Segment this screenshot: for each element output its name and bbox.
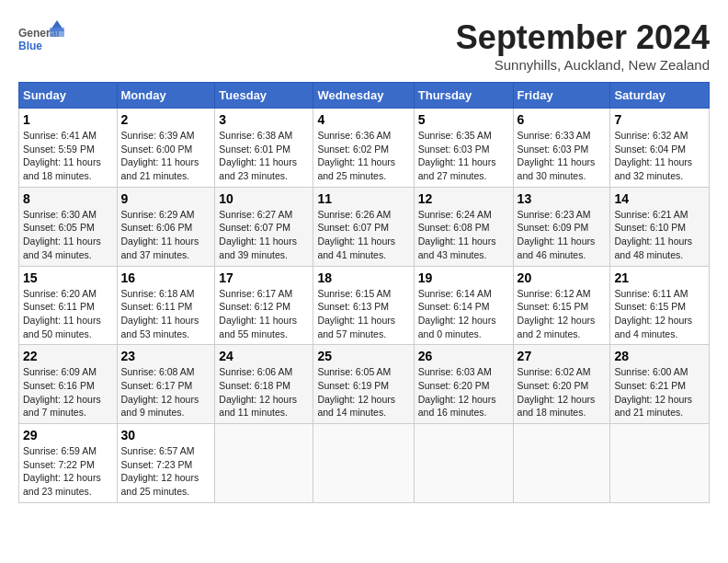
day-number: 6 (518, 112, 607, 127)
day-number: 16 (121, 270, 211, 285)
calendar-cell: 4 Sunrise: 6:36 AMSunset: 6:02 PMDayligh… (313, 109, 414, 188)
calendar-cell: 24 Sunrise: 6:06 AMSunset: 6:18 PMDaylig… (215, 345, 313, 424)
col-sunday: Sunday (19, 83, 118, 109)
day-number: 23 (121, 349, 211, 363)
day-number: 8 (23, 191, 113, 206)
calendar-row: 22 Sunrise: 6:09 AMSunset: 6:16 PMDaylig… (19, 345, 710, 424)
calendar-cell (513, 424, 610, 503)
calendar-cell: 16 Sunrise: 6:18 AMSunset: 6:11 PMDaylig… (117, 266, 215, 345)
calendar-cell: 29 Sunrise: 6:59 AMSunset: 7:22 PMDaylig… (19, 424, 118, 503)
calendar-cell: 5 Sunrise: 6:35 AMSunset: 6:03 PMDayligh… (414, 109, 513, 188)
calendar-cell: 26 Sunrise: 6:03 AMSunset: 6:20 PMDaylig… (414, 345, 513, 424)
calendar-cell: 12 Sunrise: 6:24 AMSunset: 6:08 PMDaylig… (414, 187, 513, 266)
day-number: 13 (518, 191, 607, 206)
day-number: 22 (23, 349, 113, 363)
day-info: Sunrise: 6:24 AMSunset: 6:08 PMDaylight:… (418, 208, 509, 262)
day-number: 19 (418, 270, 509, 285)
day-info: Sunrise: 6:12 AMSunset: 6:15 PMDaylight:… (518, 287, 607, 341)
month-title: September 2024 (456, 18, 710, 57)
day-number: 26 (418, 349, 509, 363)
logo-svg: General Blue (18, 18, 64, 57)
calendar-cell: 14 Sunrise: 6:21 AMSunset: 6:10 PMDaylig… (610, 187, 710, 266)
calendar-cell: 22 Sunrise: 6:09 AMSunset: 6:16 PMDaylig… (19, 345, 118, 424)
calendar-cell (215, 424, 313, 503)
calendar-cell: 30 Sunrise: 6:57 AMSunset: 7:23 PMDaylig… (117, 424, 215, 503)
day-number: 4 (317, 112, 409, 127)
calendar-cell: 17 Sunrise: 6:17 AMSunset: 6:12 PMDaylig… (215, 266, 313, 345)
day-info: Sunrise: 6:32 AMSunset: 6:04 PMDaylight:… (614, 129, 705, 183)
calendar-cell: 20 Sunrise: 6:12 AMSunset: 6:15 PMDaylig… (513, 266, 610, 345)
day-number: 20 (518, 270, 607, 285)
day-info: Sunrise: 6:59 AMSunset: 7:22 PMDaylight:… (23, 444, 113, 499)
calendar-cell: 21 Sunrise: 6:11 AMSunset: 6:15 PMDaylig… (610, 266, 710, 345)
day-number: 30 (121, 428, 211, 442)
day-number: 10 (219, 191, 309, 206)
calendar-cell: 25 Sunrise: 6:05 AMSunset: 6:19 PMDaylig… (313, 345, 414, 424)
day-info: Sunrise: 6:20 AMSunset: 6:11 PMDaylight:… (23, 287, 113, 341)
day-info: Sunrise: 6:00 AMSunset: 6:21 PMDaylight:… (614, 365, 705, 419)
calendar-cell: 19 Sunrise: 6:14 AMSunset: 6:14 PMDaylig… (414, 266, 513, 345)
day-info: Sunrise: 6:30 AMSunset: 6:05 PMDaylight:… (23, 208, 113, 262)
day-info: Sunrise: 6:41 AMSunset: 5:59 PMDaylight:… (23, 129, 113, 183)
day-number: 5 (418, 112, 509, 127)
day-number: 18 (317, 270, 409, 285)
calendar-row: 8 Sunrise: 6:30 AMSunset: 6:05 PMDayligh… (19, 187, 710, 266)
day-info: Sunrise: 6:27 AMSunset: 6:07 PMDaylight:… (219, 208, 309, 262)
day-info: Sunrise: 6:57 AMSunset: 7:23 PMDaylight:… (121, 444, 211, 499)
day-info: Sunrise: 6:36 AMSunset: 6:02 PMDaylight:… (317, 129, 409, 183)
col-saturday: Saturday (610, 83, 710, 109)
calendar-cell: 6 Sunrise: 6:33 AMSunset: 6:03 PMDayligh… (513, 109, 610, 188)
calendar-cell (414, 424, 513, 503)
calendar-cell: 11 Sunrise: 6:26 AMSunset: 6:07 PMDaylig… (313, 187, 414, 266)
day-number: 1 (23, 112, 113, 127)
calendar-cell: 28 Sunrise: 6:00 AMSunset: 6:21 PMDaylig… (610, 345, 710, 424)
calendar-cell: 1 Sunrise: 6:41 AMSunset: 5:59 PMDayligh… (19, 109, 118, 188)
day-number: 11 (317, 191, 409, 206)
day-info: Sunrise: 6:26 AMSunset: 6:07 PMDaylight:… (317, 208, 409, 262)
day-number: 21 (614, 270, 705, 285)
day-number: 14 (614, 191, 705, 206)
day-info: Sunrise: 6:14 AMSunset: 6:14 PMDaylight:… (418, 287, 509, 341)
day-number: 12 (418, 191, 509, 206)
day-number: 15 (23, 270, 113, 285)
page-header: General Blue September 2024 Sunnyhills, … (18, 18, 710, 73)
day-number: 27 (518, 349, 607, 363)
svg-text:Blue: Blue (18, 40, 42, 52)
header-row: Sunday Monday Tuesday Wednesday Thursday… (19, 83, 710, 109)
day-info: Sunrise: 6:18 AMSunset: 6:11 PMDaylight:… (121, 287, 211, 341)
calendar-cell: 15 Sunrise: 6:20 AMSunset: 6:11 PMDaylig… (19, 266, 118, 345)
day-number: 2 (121, 112, 211, 127)
day-info: Sunrise: 6:23 AMSunset: 6:09 PMDaylight:… (518, 208, 607, 262)
calendar-cell (313, 424, 414, 503)
calendar-row: 1 Sunrise: 6:41 AMSunset: 5:59 PMDayligh… (19, 109, 710, 188)
calendar-table: Sunday Monday Tuesday Wednesday Thursday… (18, 82, 710, 503)
day-number: 9 (121, 191, 211, 206)
title-block: September 2024 Sunnyhills, Auckland, New… (456, 18, 710, 73)
col-thursday: Thursday (414, 83, 513, 109)
logo: General Blue (18, 18, 64, 57)
calendar-cell: 13 Sunrise: 6:23 AMSunset: 6:09 PMDaylig… (513, 187, 610, 266)
day-info: Sunrise: 6:33 AMSunset: 6:03 PMDaylight:… (518, 129, 607, 183)
calendar-cell: 27 Sunrise: 6:02 AMSunset: 6:20 PMDaylig… (513, 345, 610, 424)
day-info: Sunrise: 6:06 AMSunset: 6:18 PMDaylight:… (219, 365, 309, 419)
day-info: Sunrise: 6:02 AMSunset: 6:20 PMDaylight:… (518, 365, 607, 419)
day-number: 17 (219, 270, 309, 285)
calendar-cell: 8 Sunrise: 6:30 AMSunset: 6:05 PMDayligh… (19, 187, 118, 266)
day-info: Sunrise: 6:11 AMSunset: 6:15 PMDaylight:… (614, 287, 705, 341)
day-number: 24 (219, 349, 309, 363)
calendar-cell: 23 Sunrise: 6:08 AMSunset: 6:17 PMDaylig… (117, 345, 215, 424)
day-info: Sunrise: 6:15 AMSunset: 6:13 PMDaylight:… (317, 287, 409, 341)
calendar-cell: 9 Sunrise: 6:29 AMSunset: 6:06 PMDayligh… (117, 187, 215, 266)
calendar-cell: 2 Sunrise: 6:39 AMSunset: 6:00 PMDayligh… (117, 109, 215, 188)
day-info: Sunrise: 6:29 AMSunset: 6:06 PMDaylight:… (121, 208, 211, 262)
day-info: Sunrise: 6:21 AMSunset: 6:10 PMDaylight:… (614, 208, 705, 262)
col-friday: Friday (513, 83, 610, 109)
location: Sunnyhills, Auckland, New Zealand (456, 57, 710, 73)
calendar-row: 29 Sunrise: 6:59 AMSunset: 7:22 PMDaylig… (19, 424, 710, 503)
day-info: Sunrise: 6:08 AMSunset: 6:17 PMDaylight:… (121, 365, 211, 419)
calendar-cell: 18 Sunrise: 6:15 AMSunset: 6:13 PMDaylig… (313, 266, 414, 345)
day-info: Sunrise: 6:09 AMSunset: 6:16 PMDaylight:… (23, 365, 113, 419)
calendar-cell: 7 Sunrise: 6:32 AMSunset: 6:04 PMDayligh… (610, 109, 710, 188)
day-number: 28 (614, 349, 705, 363)
calendar-cell: 3 Sunrise: 6:38 AMSunset: 6:01 PMDayligh… (215, 109, 313, 188)
